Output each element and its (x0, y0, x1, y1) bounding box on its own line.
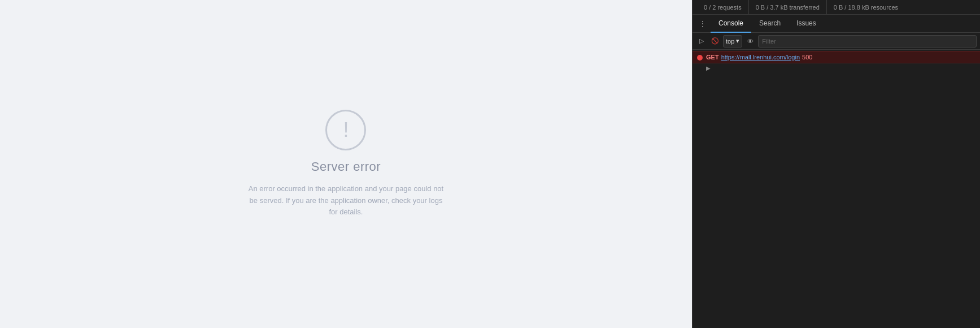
context-label: top (726, 38, 734, 45)
requests-stat: 0 / 2 requests (697, 0, 749, 14)
tab-search[interactable]: Search (751, 15, 789, 33)
devtools-menu-icon[interactable]: ⋮ (695, 15, 711, 32)
clear-icon: 🚫 (711, 37, 719, 45)
context-arrow-icon: ▾ (736, 37, 739, 45)
console-expand-row: ▶ (692, 63, 980, 73)
console-toolbar: ▷ 🚫 top ▾ 👁 (692, 33, 980, 50)
execute-icon: ▷ (699, 37, 704, 45)
tab-issues[interactable]: Issues (789, 15, 824, 33)
browser-content-area: ! Server error An error occurred in the … (0, 0, 692, 328)
context-selector[interactable]: top ▾ (723, 35, 742, 48)
error-url-link[interactable]: https://mall.lrenhui.com/login (721, 54, 800, 61)
error-icon: ! (325, 110, 366, 150)
error-dot-icon (697, 55, 703, 61)
console-output: GET https://mall.lrenhui.com/login 500 ▶ (692, 50, 980, 328)
eye-icon: 👁 (747, 38, 753, 45)
expand-arrow-icon: ▶ (706, 65, 711, 71)
exclamation-mark: ! (343, 118, 349, 142)
error-message: An error occurred in the application and… (249, 183, 443, 218)
eye-button[interactable]: 👁 (744, 36, 756, 47)
requests-stat-text: 0 / 2 requests (704, 4, 742, 11)
resources-stat: 0 B / 18.8 kB resources (827, 0, 905, 14)
error-message-line2: be served. If you are the application ow… (250, 196, 443, 205)
error-row-content: GET https://mall.lrenhui.com/login 500 (706, 54, 975, 61)
transferred-stat-text: 0 B / 3.7 kB transferred (756, 4, 820, 11)
devtools-tab-bar: ⋮ Console Search Issues (692, 15, 980, 33)
tab-console[interactable]: Console (711, 15, 751, 33)
devtools-panel: 0 / 2 requests 0 B / 3.7 kB transferred … (692, 0, 980, 328)
console-error-entry: GET https://mall.lrenhui.com/login 500 (692, 51, 980, 63)
error-message-line1: An error occurred in the application and… (249, 184, 443, 193)
http-method-label: GET (706, 54, 719, 61)
http-status-code: 500 (802, 54, 812, 61)
transferred-stat: 0 B / 3.7 kB transferred (749, 0, 827, 14)
clear-button[interactable]: 🚫 (709, 36, 721, 47)
filter-input[interactable] (758, 35, 977, 48)
network-stats-bar: 0 / 2 requests 0 B / 3.7 kB transferred … (692, 0, 980, 15)
error-message-line3: for details. (329, 208, 363, 216)
execute-button[interactable]: ▷ (696, 36, 707, 47)
error-title: Server error (311, 159, 381, 174)
error-container: ! Server error An error occurred in the … (249, 110, 443, 218)
resources-stat-text: 0 B / 18.8 kB resources (834, 4, 898, 11)
